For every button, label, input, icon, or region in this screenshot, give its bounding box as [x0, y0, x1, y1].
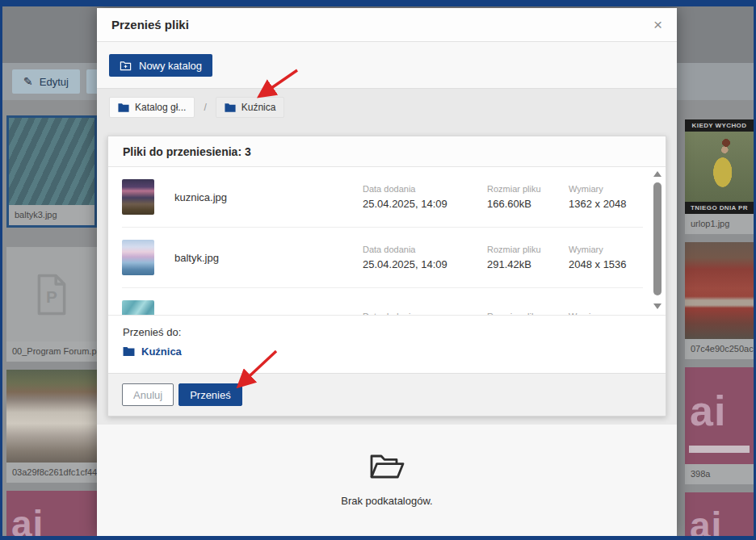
file-card-selected[interactable]: baltyk3.jpg [6, 115, 97, 228]
document-thumbnail: P [6, 247, 97, 341]
close-icon[interactable]: × [653, 17, 662, 32]
logo-thumbnail: ai [685, 492, 754, 536]
file-card-label: baltyk3.jpg [9, 205, 94, 225]
file-date: Data dodania 25.04.2025, 14:09 [363, 184, 487, 210]
file-grid-right-column: KIEDY WYCHOD TNIEGO DNIA PR urlop1.jpg 0… [685, 119, 754, 536]
new-folder-button-label: Nowy katalog [139, 60, 202, 72]
move-to-target-label: Kuźnica [141, 345, 182, 358]
dims-label: Wymiary [569, 312, 643, 316]
app-window: ✎ Edytuj baltyk3.jpg P [0, 0, 756, 540]
scrollbar[interactable] [653, 171, 662, 309]
size-label: Rozmiar pliku [487, 184, 569, 194]
folder-icon [123, 346, 135, 357]
file-grid-left-column: baltyk3.jpg P 00_Program Forum.pp 03a29f… [6, 115, 97, 536]
folder-icon [118, 103, 129, 113]
date-label: Data dodania [363, 245, 487, 254]
scroll-down-icon[interactable] [653, 303, 662, 309]
file-card[interactable]: ai [685, 492, 754, 536]
pencil-icon: ✎ [23, 75, 33, 88]
scrollbar-thumb[interactable] [653, 182, 662, 295]
file-card-label: 07c4e90c250ac5 [685, 339, 754, 359]
new-folder-button[interactable]: Nowy katalog [109, 54, 212, 77]
size-label: Rozmiar pliku [487, 245, 569, 254]
meme-caption-top: KIEDY WYCHOD [685, 119, 754, 132]
file-date: Data dodania 25.04.2025, 14:09 [363, 245, 487, 270]
dims-value: 1362 x 2048 [569, 198, 643, 210]
baltyk-thumbnail [122, 240, 154, 275]
file-dimensions: Wymiary 2048 x 1536 [569, 245, 643, 270]
dims-value: 2048 x 1536 [569, 258, 643, 270]
dims-label: Wymiary [569, 184, 643, 194]
folder-icon [225, 103, 236, 113]
kuznica-thumbnail [122, 179, 154, 215]
cancel-button[interactable]: Anuluj [122, 383, 174, 406]
file-size: Rozmiar pliku [487, 312, 569, 316]
file-name: baltyk2.jpg [174, 312, 363, 316]
baltyk3-thumbnail [9, 118, 94, 205]
file-card-label: 00_Program Forum.pp [6, 341, 97, 362]
dims-label: Wymiary [569, 245, 643, 254]
modal-toolbar: Nowy katalog [97, 42, 677, 88]
date-label: Data dodania [363, 312, 487, 316]
move-to-target[interactable]: Kuźnica [123, 345, 182, 358]
modal-title: Przenieś pliki [111, 18, 189, 31]
file-dimensions: Wymiary [569, 312, 643, 316]
breadcrumb-root-label: Katalog gł... [135, 102, 186, 113]
breadcrumb: Katalog gł... / Kuźnica [97, 88, 677, 126]
file-name: kuznica.jpg [174, 191, 363, 203]
meme-caption-bottom: TNIEGO DNIA PR [685, 202, 754, 214]
open-folder-icon [368, 450, 406, 483]
logo-strip [689, 446, 750, 453]
file-card-label: 03a29f8c261dfc1cf448 [6, 463, 97, 483]
file-card[interactable]: KIEDY WYCHOD TNIEGO DNIA PR urlop1.jpg [685, 119, 754, 234]
meme-image [685, 132, 754, 202]
files-panel-wrap: Pliki do przeniesienia: 3 kuznica.jpg Da… [97, 126, 677, 425]
date-label: Data dodania [363, 184, 487, 194]
file-card-label: urlop1.jpg [685, 214, 754, 234]
file-date: Data dodania [363, 312, 487, 316]
file-card[interactable]: ai [6, 491, 97, 536]
move-to-section: Przenieś do: Kuźnica [108, 315, 666, 373]
powerpoint-file-icon: P [35, 274, 69, 316]
scroll-up-icon[interactable] [653, 171, 662, 177]
breadcrumb-root[interactable]: Katalog gł... [109, 97, 195, 118]
edit-button[interactable]: ✎ Edytuj [12, 69, 80, 94]
file-row: kuznica.jpg Data dodania 25.04.2025, 14:… [122, 167, 643, 228]
move-to-label: Przenieś do: [123, 326, 651, 338]
file-name: baltyk.jpg [174, 252, 363, 264]
red-car-thumbnail [685, 242, 754, 339]
white-car-thumbnail [6, 370, 97, 463]
modal-header: Przenieś pliki × [97, 8, 677, 42]
file-card[interactable]: 07c4e90c250ac5 [685, 242, 754, 359]
breadcrumb-current[interactable]: Kuźnica [216, 97, 285, 118]
empty-state-text: Brak podkatalogów. [341, 495, 432, 507]
folder-plus-icon [120, 60, 132, 72]
date-value: 25.04.2025, 14:09 [363, 198, 487, 210]
edit-button-label: Edytuj [40, 76, 69, 88]
logo-text: ai [690, 390, 726, 432]
file-row: baltyk.jpg Data dodania 25.04.2025, 14:0… [122, 228, 643, 288]
file-card-label: 398a [685, 464, 754, 484]
file-card[interactable]: ai 398a [685, 367, 754, 484]
file-list: kuznica.jpg Data dodania 25.04.2025, 14:… [108, 167, 666, 315]
file-dimensions: Wymiary 1362 x 2048 [569, 184, 643, 210]
svg-text:P: P [46, 287, 57, 306]
urlop1-thumbnail: KIEDY WYCHOD TNIEGO DNIA PR [685, 119, 754, 214]
size-value: 166.60kB [487, 198, 569, 210]
file-card[interactable]: 03a29f8c261dfc1cf448 [6, 370, 97, 483]
size-value: 291.42kB [487, 258, 569, 270]
move-button[interactable]: Przenieś [178, 383, 242, 406]
logo-text: ai [11, 505, 44, 536]
logo-text: ai [690, 507, 722, 536]
file-card[interactable]: P 00_Program Forum.pp [6, 247, 97, 362]
file-row: baltyk2.jpg Data dodania Rozmiar pliku W… [122, 288, 643, 315]
file-size: Rozmiar pliku 291.42kB [487, 245, 569, 270]
breadcrumb-separator: / [204, 102, 206, 113]
panel-footer: Anuluj Przenieś [108, 373, 666, 416]
page-frame: ✎ Edytuj baltyk3.jpg P [2, 6, 754, 536]
logo-thumbnail: ai [6, 491, 97, 536]
logo-thumbnail: ai [685, 367, 754, 464]
baltyk2-thumbnail [122, 300, 154, 315]
date-value: 25.04.2025, 14:09 [363, 258, 487, 270]
files-panel-title: Pliki do przeniesienia: 3 [108, 136, 666, 167]
